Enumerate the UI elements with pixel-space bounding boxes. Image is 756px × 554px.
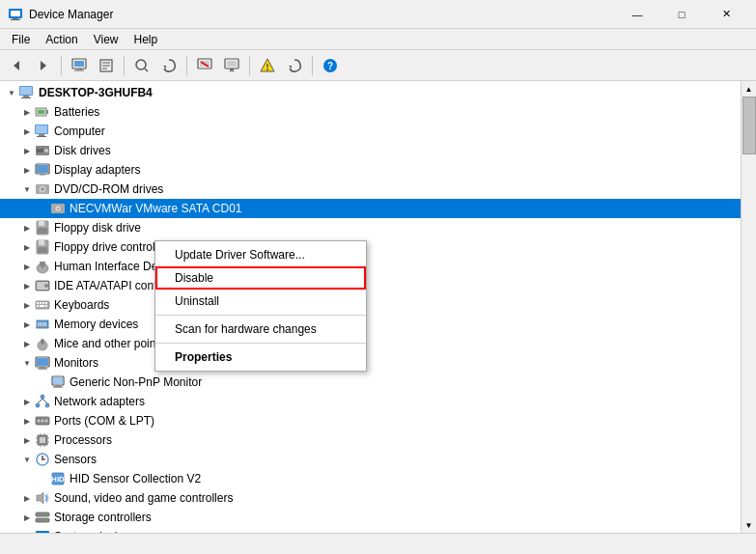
svg-rect-67 [40,302,42,304]
list-item[interactable]: ▼ Sensors [0,450,741,469]
svg-rect-72 [45,305,47,307]
svg-marker-27 [289,66,292,69]
list-item[interactable]: ▶ NECVMWar VMware SATA CD01 [0,199,741,218]
nec-label: NECVMWar VMware SATA CD01 [70,202,241,215]
svg-rect-66 [37,302,39,304]
expand-floppy-ctrl[interactable]: ▶ [19,239,35,255]
scrollbar-track[interactable] [742,97,757,517]
svg-rect-3 [11,19,20,20]
toolbar-forward[interactable] [31,54,56,77]
list-item[interactable]: ▶ Storage controllers [0,508,741,527]
expand-storage[interactable]: ▶ [19,510,35,525]
close-button[interactable]: ✕ [704,0,748,29]
svg-point-64 [44,284,48,288]
context-disable-label: Disable [175,271,213,285]
expand-disk[interactable]: ▶ [19,143,35,158]
context-properties[interactable]: Properties [155,346,366,369]
list-item[interactable]: ▶ Mice and other pointing devices [0,334,741,353]
list-item[interactable]: ▼ DVD/CD-ROM drives [0,180,741,199]
mouse-icon [35,336,50,351]
context-scan[interactable]: Scan for hardware changes [155,318,366,341]
expand-floppy[interactable]: ▶ [19,220,35,235]
toolbar-back[interactable] [4,54,29,77]
context-update-driver[interactable]: Update Driver Software... [155,243,366,266]
toolbar-disable[interactable] [192,54,217,77]
list-item[interactable]: ▼ Monitors [0,353,741,373]
sensors-label: Sensors [54,453,97,466]
status-bar [0,533,756,554]
toolbar-computer[interactable] [67,54,92,77]
expand-computer[interactable]: ▶ [19,124,35,139]
tree-root[interactable]: ▼ DESKTOP-3GHUFB4 [0,83,741,102]
list-item[interactable]: ▶ Floppy disk drive [0,218,741,237]
keyboards-label: Keyboards [54,298,109,312]
context-uninstall[interactable]: Uninstall [155,290,366,313]
list-item[interactable]: ▶ Processors [0,430,741,450]
menu-view[interactable]: View [86,31,126,48]
expand-dvd[interactable]: ▼ [19,181,35,197]
expand-ide[interactable]: ▶ [19,278,35,293]
computer-label: Computer [54,125,105,138]
list-item[interactable]: ▶ HID HID Sensor Collection V2 [0,469,741,488]
list-item[interactable]: ▶ Floppy drive controllers [0,237,741,257]
toolbar-update[interactable] [156,54,182,77]
list-item[interactable]: ▶ Network adapters [0,392,741,411]
list-item[interactable]: ▶ Batteries [0,102,741,122]
storage-label: Storage controllers [54,511,152,524]
toolbar-scan[interactable] [129,54,154,77]
expand-mice[interactable]: ▶ [19,336,35,351]
toolbar-uninstall[interactable] [219,54,244,77]
tree-view[interactable]: ▼ DESKTOP-3GHUFB4 ▶ Batte [0,81,741,533]
expand-sound[interactable]: ▶ [19,490,35,506]
svg-rect-68 [42,302,44,304]
expand-display[interactable]: ▶ [19,162,35,178]
scrollbar[interactable]: ▲ ▼ [741,81,756,533]
expand-proc[interactable]: ▶ [19,432,35,448]
menu-action[interactable]: Action [38,31,85,48]
expand-sensors[interactable]: ▼ [19,452,35,467]
expand-hid[interactable]: ▶ [19,259,35,274]
list-item[interactable]: ▶ Disk drives [0,141,741,160]
menu-help[interactable]: Help [126,31,166,48]
list-item[interactable]: ▶ Display adapters [0,160,741,180]
scrollbar-thumb[interactable] [742,97,756,154]
svg-line-93 [38,399,42,403]
list-item[interactable]: ▶ Human Interface Devices [0,257,741,276]
disk-icon [35,143,50,158]
list-item[interactable]: ▶ Computer [0,122,741,141]
expand-mem[interactable]: ▶ [19,317,35,332]
dvd-icon [35,181,50,197]
context-disable[interactable]: Disable [155,266,366,290]
menu-file[interactable]: File [4,31,38,48]
list-item[interactable]: ▶ Generic Non-PnP Monitor [0,373,741,392]
scroll-up[interactable]: ▲ [742,81,757,97]
svg-rect-32 [23,96,29,97]
list-item[interactable]: ▶ Keyboards [0,295,741,315]
svg-rect-46 [40,174,45,176]
expand-ports[interactable]: ▶ [19,413,35,429]
list-item[interactable]: ▶ Ports (COM & LPT) [0,411,741,430]
display-label: Display adapters [54,163,140,177]
scroll-down[interactable]: ▼ [742,517,757,533]
maximize-button[interactable]: □ [659,0,704,29]
list-item[interactable]: ▼ SYS System devices [0,527,741,533]
list-item[interactable]: ▶ Memory devices [0,315,741,334]
expand-network[interactable]: ▶ [19,394,35,409]
computer-icon [19,85,35,100]
toolbar-warning[interactable] [255,54,280,77]
expand-monitors[interactable]: ▼ [19,355,35,371]
monitors-label: Monitors [54,356,98,370]
system-icon: SYS [35,529,50,533]
toolbar-refresh[interactable] [282,54,307,77]
toolbar-help[interactable]: ? [318,54,343,77]
expand-kb[interactable]: ▶ [19,297,35,313]
svg-point-96 [38,420,41,423]
context-uninstall-label: Uninstall [175,294,219,308]
expand-batteries[interactable]: ▶ [19,104,35,120]
list-item[interactable]: ▶ Sound, video and game controllers [0,488,741,508]
minimize-button[interactable]: — [615,0,659,29]
toolbar-properties[interactable] [94,54,119,77]
expand-root[interactable]: ▼ [4,85,19,100]
expand-system[interactable]: ▼ [19,529,35,533]
list-item[interactable]: ▶ IDE ATA/ATAPI controllers [0,276,741,295]
